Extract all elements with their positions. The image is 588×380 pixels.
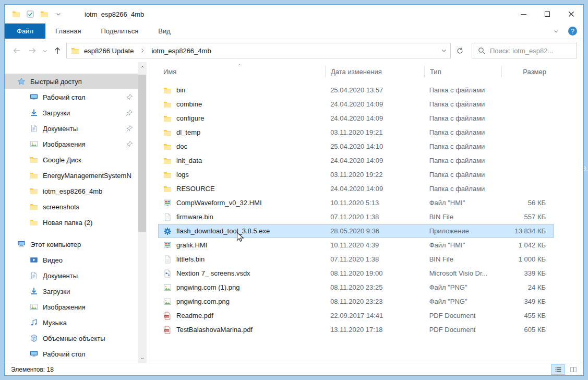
forward-button[interactable] [25,43,40,58]
sidebar-item[interactable]: screenshots [5,199,138,215]
sidebar-item[interactable]: iotm_esp8266_4mb [5,183,138,199]
file-name-cell: configure [159,114,325,123]
visio-icon [163,269,172,278]
documents-icon [30,271,38,280]
sidebar-item[interactable]: Загрузки [5,283,138,299]
search-box[interactable]: Поиск: iotm_esp82... [472,43,577,58]
scroll-down-icon[interactable] [138,354,147,363]
details-view-button[interactable] [551,364,565,375]
search-placeholder: Поиск: iotm_esp82... [490,47,553,55]
chevron-right-icon[interactable] [138,46,147,55]
file-row[interactable]: flash_download_tool_3.8.5.exe28.05.2020 … [158,224,554,238]
sidebar-item[interactable]: Загрузки [5,105,138,121]
file-name-cell: pngwing.com.png [159,298,325,306]
tab-home[interactable]: Главная [45,23,91,39]
sidebar-item[interactable]: Музыка [5,315,138,330]
qat-customize-chevron-icon[interactable] [54,10,63,18]
column-header-size[interactable]: Размер [501,66,554,77]
file-row[interactable]: pngwing.com (1).png08.11.2020 23:25Файл … [158,280,554,294]
column-header-type[interactable]: Тип [424,66,501,77]
file-row[interactable]: dl_temp03.11.2020 19:21Папка с файлами [158,125,554,139]
sidebar-item[interactable]: Google Диск [5,152,138,168]
maximize-button[interactable] [535,5,559,23]
minimize-button[interactable] [511,5,535,23]
sidebar-item[interactable]: Изображения [5,136,138,152]
address-box[interactable]: esp8266 Update iotm_esp8266_4mb [66,43,451,58]
file-type-cell: Папка с файлами [424,86,501,94]
file-row[interactable]: bin25.04.2020 13:57Папка с файлами [158,83,554,97]
file-row[interactable]: grafik.HMI10.11.2020 4:39Файл "HMI"1 042… [158,238,554,252]
file-name-cell: CompWaveform_v0_32.HMI [159,199,325,207]
sidebar-item[interactable]: Изображения [5,299,138,315]
svg-text:PDF: PDF [165,329,169,331]
breadcrumb-item[interactable]: esp8266 Update [81,47,136,55]
tab-view[interactable]: Вид [148,23,181,39]
file-row[interactable]: doc25.04.2020 14:10Папка с файлами [158,139,554,153]
help-button[interactable]: ? [568,27,577,35]
file-row[interactable]: RESOURCE24.04.2020 14:09Папка с файлами [158,182,554,196]
file-row[interactable]: init_data24.04.2020 14:09Папка с файлами [158,153,554,168]
thumbnails-view-button[interactable] [566,364,580,375]
scrollbar-thumb[interactable] [138,75,146,232]
sidebar-item[interactable]: Документы [5,121,138,136]
pin-icon [125,93,134,101]
address-dropdown-chevron-icon[interactable] [440,46,448,55]
scroll-up-icon[interactable] [138,62,147,71]
sidebar-item[interactable]: Рабочий стол [5,346,138,362]
videos-icon [30,256,38,264]
file-name: flash_download_tool_3.8.5.exe [176,227,270,235]
file-name-cell: pngwing.com (1).png [159,283,325,292]
close-button[interactable] [559,5,583,23]
file-row[interactable]: configure24.04.2020 14:09Папка с файлами [158,111,554,125]
file-row[interactable]: pngwing.com.png08.11.2020 23:23Файл "PNG… [158,294,554,308]
file-row[interactable]: combine24.04.2020 14:09Папка с файлами [158,97,554,111]
sidebar-item[interactable]: EnergyManagementSystemN [5,168,138,183]
folder-icon [163,171,172,179]
sidebar-item[interactable]: Быстрый доступ [5,74,138,89]
file-name-cell: RESOURCE [159,185,325,193]
breadcrumb-item[interactable]: iotm_esp8266_4mb [149,47,213,55]
bin-icon [163,255,172,264]
file-row[interactable]: firmware.bin07.11.2020 1:38BIN File557 К… [158,210,554,224]
sidebar-item[interactable]: Видео [5,252,138,268]
file-name-cell: Nextion 7_ screens.vsdx [159,269,325,278]
sidebar-item[interactable]: Этот компьютер [5,236,138,252]
pin-icon [125,140,134,148]
sidebar-item[interactable]: Новая папка (2) [5,215,138,230]
sidebar-scrollbar[interactable] [138,62,147,363]
file-type-cell: Папка с файлами [424,157,501,164]
file-row[interactable]: littlefs.bin07.11.2020 1:38BIN File1 000… [158,252,554,266]
desktop: 8. iotm_esp8266_4mb [0,0,588,380]
file-row[interactable]: CompWaveform_v0_32.HMI10.11.2020 5:13Фай… [158,196,554,210]
tab-share[interactable]: Поделиться [91,23,148,39]
refresh-button[interactable] [452,43,467,58]
collapse-ribbon-chevron-icon[interactable] [552,27,560,35]
file-size-cell: 339 КБ [501,269,553,277]
folder-icon [163,157,172,165]
recent-locations-chevron-icon[interactable] [40,43,50,58]
file-size-cell: 1 000 КБ [501,255,553,263]
sidebar-item[interactable]: Документы [5,268,138,283]
file-type-cell: BIN File [424,213,501,221]
up-button[interactable] [50,43,65,58]
qat-properties-button[interactable] [26,10,34,18]
file-type-cell: Microsoft Visio Dr... [424,269,501,277]
file-name-cell: flash_download_tool_3.8.5.exe [159,227,325,235]
column-header-date[interactable]: Дата изменения [325,66,424,77]
qat-new-folder-button[interactable] [40,10,49,18]
back-button[interactable] [9,43,25,58]
file-row[interactable]: logs03.11.2020 19:22Папка с файлами [158,168,554,182]
sidebar-item[interactable]: Рабочий стол [5,89,138,105]
file-type-cell: Папка с файлами [424,171,501,179]
folder-icon [163,185,172,193]
file-row[interactable]: Nextion 7_ screens.vsdx08.11.2020 19:00M… [158,266,554,280]
sidebar-item-label: Быстрый доступ [30,78,138,86]
column-header-name[interactable]: Имя [158,66,325,77]
sidebar-item[interactable]: Объемные объекты [5,330,138,346]
sidebar-item-label: iotm_esp8266_4mb [43,187,138,195]
file-row[interactable]: PDFTestBalashovaMarina.pdf13.11.2020 17:… [158,323,554,337]
file-name: combine [176,100,202,108]
tab-file[interactable]: Файл [5,23,45,39]
file-size-cell: 455 КБ [501,312,553,319]
file-row[interactable]: PDFReadme.pdf22.09.2017 14:41PDF Documen… [158,308,554,323]
